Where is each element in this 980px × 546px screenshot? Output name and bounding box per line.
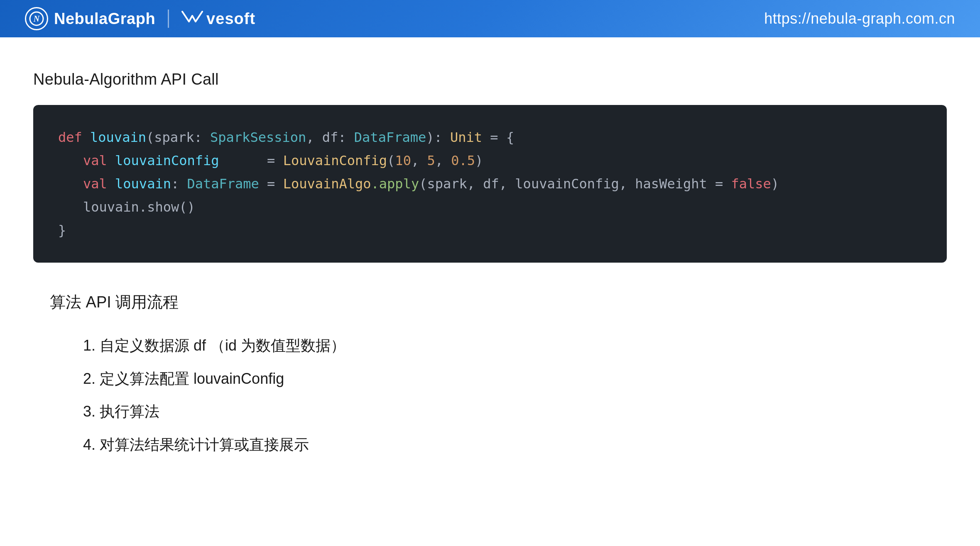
- description-section: 算法 API 调用流程 1. 自定义数据源 df （id 为数值型数据） 2. …: [33, 292, 947, 456]
- header-url: https://nebula-graph.com.cn: [764, 10, 955, 27]
- step-item-3: 3. 执行算法: [83, 400, 947, 424]
- header: N NebulaGraph vesoft https://nebula-grap…: [0, 0, 980, 37]
- vesoft-logo: vesoft: [181, 8, 255, 29]
- code-line-1: def louvain(spark: SparkSession, df: Dat…: [58, 126, 922, 149]
- step-item-1: 1. 自定义数据源 df （id 为数值型数据）: [83, 334, 947, 358]
- nebula-logo: N NebulaGraph: [25, 7, 155, 30]
- step-item-2: 2. 定义算法配置 louvainConfig: [83, 367, 947, 391]
- step-item-4: 4. 对算法结果统计计算或直接展示: [83, 433, 947, 457]
- code-block: def louvain(spark: SparkSession, df: Dat…: [33, 105, 947, 263]
- code-line-5: }: [58, 219, 922, 242]
- section-title: Nebula-Algorithm API Call: [33, 71, 947, 88]
- vesoft-label: vesoft: [206, 10, 255, 28]
- code-line-2: val louvainConfig = LouvainConfig(10, 5,…: [58, 149, 922, 172]
- logo-divider: [168, 10, 169, 28]
- nebula-logo-icon: N: [25, 7, 48, 30]
- code-line-3: val louvain: DataFrame = LouvainAlgo.app…: [58, 172, 922, 195]
- main-content: Nebula-Algorithm API Call def louvain(sp…: [0, 37, 980, 490]
- description-title: 算法 API 调用流程: [50, 292, 947, 313]
- vesoft-icon: [181, 8, 203, 29]
- steps-list: 1. 自定义数据源 df （id 为数值型数据） 2. 定义算法配置 louva…: [50, 334, 947, 456]
- brand-name: NebulaGraph: [54, 10, 155, 28]
- svg-text:N: N: [33, 14, 40, 23]
- header-left: N NebulaGraph vesoft: [25, 7, 255, 30]
- code-line-4: louvain.show(): [58, 195, 922, 219]
